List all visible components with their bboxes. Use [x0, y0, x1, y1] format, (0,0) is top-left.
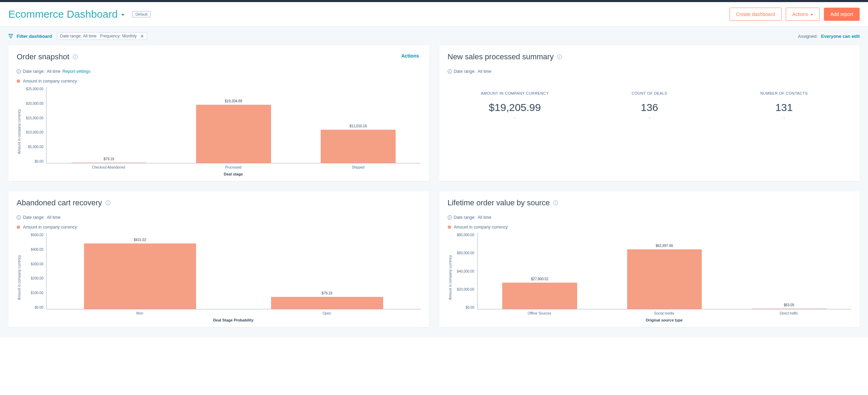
- chart-y-axis-label: Amount in company currency: [448, 233, 453, 322]
- kpi-row: AMOUNT IN COMPANY CURRENCY $19,205.99 - …: [448, 91, 852, 120]
- chart-bar-value-label: $79.19: [71, 157, 146, 161]
- panel-meta-row: i Date range: All time: [17, 215, 421, 220]
- chip-freq-key: Frequency:: [100, 34, 121, 38]
- meta-date-val: All time: [478, 69, 491, 74]
- meta-date-val: All time: [47, 215, 60, 220]
- panel-title: Lifetime order value by source i: [448, 198, 852, 207]
- chart-order-snapshot: Amount in company currency$25,000.00$20,…: [17, 87, 421, 176]
- info-icon: i: [17, 215, 21, 220]
- kpi-value: 136: [582, 102, 717, 113]
- caret-down-icon: [121, 14, 125, 16]
- caret-down-icon: [810, 14, 813, 16]
- info-icon[interactable]: i: [553, 200, 558, 205]
- chart-lifetime: Amount in company currency$80,000.00$60,…: [448, 233, 852, 322]
- kpi-deals: COUNT OF DEALS 136 -: [582, 91, 717, 120]
- chart-y-axis: $25,000.00$20,000.00$15,000.00$10,000.00…: [22, 87, 46, 163]
- chart-legend: Amount in company currency: [448, 225, 852, 230]
- info-icon: i: [17, 69, 21, 74]
- kpi-contacts: NUMBER OF CONTACTS 131 -: [717, 91, 851, 120]
- chart-y-axis: $500.00$400.00$300.00$200.00$100.00$0.00: [22, 233, 46, 309]
- meta-date-key: Date range:: [23, 69, 45, 74]
- report-settings-link[interactable]: Report settings: [62, 69, 91, 74]
- kpi-value: $19,205.99: [448, 102, 582, 113]
- meta-date-key: Date range:: [23, 215, 45, 220]
- chart-bar-value-label: $431.02: [84, 238, 196, 242]
- chart-bar[interactable]: $79.19: [271, 297, 383, 309]
- kpi-label: COUNT OF DEALS: [582, 91, 717, 95]
- default-badge: Default: [132, 11, 151, 17]
- chart-y-axis-label: Amount in company currency: [17, 233, 22, 322]
- chip-freq-val: Monthly: [122, 34, 137, 38]
- panel-actions-label: Actions: [401, 53, 419, 59]
- actions-button-label: Actions: [792, 11, 808, 17]
- kpi-trend: -: [448, 115, 582, 120]
- chart-legend: Amount in company currency: [17, 79, 421, 84]
- chart-abandoned: Amount in company currency$500.00$400.00…: [17, 233, 421, 322]
- chart-bar[interactable]: $19,204.89: [196, 105, 271, 163]
- dashboard-title-dropdown[interactable]: Ecommerce Dashboard: [8, 8, 125, 20]
- legend-label: Amount in company currency: [23, 225, 77, 230]
- panel-meta-row: i Date range: All time Report settings: [17, 69, 421, 74]
- kpi-label: NUMBER OF CONTACTS: [717, 91, 851, 95]
- chart-bar-slot: $19,204.89: [171, 87, 296, 163]
- dashboard-title-text: Ecommerce Dashboard: [8, 8, 118, 20]
- panel-new-sales: New sales processed summary i i Date ran…: [439, 45, 860, 181]
- chart-x-axis: WonOpen: [46, 309, 421, 315]
- info-icon: i: [448, 69, 452, 74]
- chart-bar[interactable]: $79.19: [71, 163, 146, 163]
- create-dashboard-button[interactable]: Create dashboard: [730, 8, 782, 21]
- panel-title-text: Lifetime order value by source: [448, 198, 550, 207]
- panel-meta-row: i Date range: All time: [448, 69, 852, 74]
- info-icon: i: [448, 215, 452, 220]
- chart-bar[interactable]: $63.05: [752, 309, 827, 309]
- panel-title-text: Abandoned cart recovery: [17, 198, 102, 207]
- header-actions: Create dashboard Actions Add report: [730, 8, 860, 21]
- kpi-value: 131: [717, 102, 851, 113]
- legend-label: Amount in company currency: [23, 79, 77, 84]
- chart-y-axis: $80,000.00$60,000.00$40,000.00$20,000.00…: [453, 233, 477, 309]
- chart-bar[interactable]: $27,800.52: [502, 283, 577, 309]
- chart-bar[interactable]: $11,010.16: [321, 130, 396, 163]
- info-icon[interactable]: i: [106, 200, 110, 205]
- add-report-button[interactable]: Add report: [824, 8, 860, 21]
- chart-bar-slot: $431.02: [47, 233, 234, 309]
- chart-bar[interactable]: $431.02: [84, 243, 196, 309]
- legend-swatch-icon: [448, 225, 451, 229]
- kpi-trend: -: [717, 115, 851, 120]
- filter-chip[interactable]: Date range: All time Frequency: Monthly …: [57, 32, 147, 40]
- panel-abandoned-cart: Abandoned cart recovery i i Date range: …: [8, 191, 429, 327]
- meta-date-val: All time: [478, 215, 491, 220]
- chart-bar-value-label: $11,010.16: [321, 124, 396, 128]
- panel-title-text: New sales processed summary: [448, 52, 554, 61]
- chart-x-axis: Checkout AbandonedProcessedShipped: [46, 163, 421, 169]
- panel-meta-row: i Date range: All time: [448, 215, 852, 220]
- chart-bar-value-label: $27,800.52: [502, 277, 577, 281]
- assigned-label: Assigned:: [798, 34, 818, 39]
- info-icon[interactable]: i: [557, 54, 562, 59]
- chart-bar-slot: $79.19: [47, 87, 171, 163]
- chart-x-axis-label: Original source type: [477, 318, 852, 322]
- page-header: Ecommerce Dashboard Default Create dashb…: [0, 2, 868, 27]
- assigned-link[interactable]: Everyone can edit: [821, 34, 860, 39]
- chart-bar-slot: $79.19: [234, 233, 421, 309]
- chart-x-axis: Offline SourcesSocial mediaDirect traffi…: [477, 309, 852, 315]
- chart-bar-slot: $11,010.16: [296, 87, 420, 163]
- info-icon[interactable]: i: [73, 54, 78, 59]
- legend-swatch-icon: [17, 79, 20, 83]
- meta-date-val: All time: [47, 69, 60, 74]
- panel-order-snapshot: Order snapshot i Actions i Date range: A…: [8, 45, 429, 181]
- dashboard-grid: Order snapshot i Actions i Date range: A…: [0, 45, 868, 337]
- kpi-amount: AMOUNT IN COMPANY CURRENCY $19,205.99 -: [448, 91, 582, 120]
- actions-button[interactable]: Actions: [786, 8, 820, 21]
- chart-bar-slot: $62,897.66: [602, 233, 727, 309]
- chart-bar-value-label: $19,204.89: [196, 99, 271, 103]
- chart-bar[interactable]: $62,897.66: [627, 249, 702, 309]
- panel-actions-dropdown[interactable]: Actions: [401, 53, 420, 59]
- kpi-label: AMOUNT IN COMPANY CURRENCY: [448, 91, 582, 95]
- chip-date-key: Date range:: [60, 34, 82, 38]
- filter-dashboard-link[interactable]: Filter dashboard: [17, 34, 52, 39]
- chart-bar-value-label: $79.19: [271, 291, 383, 295]
- chip-remove-icon[interactable]: ✕: [140, 34, 144, 38]
- chart-y-axis-label: Amount in company currency: [17, 87, 22, 176]
- chart-x-axis-label: Deal stage: [46, 172, 421, 176]
